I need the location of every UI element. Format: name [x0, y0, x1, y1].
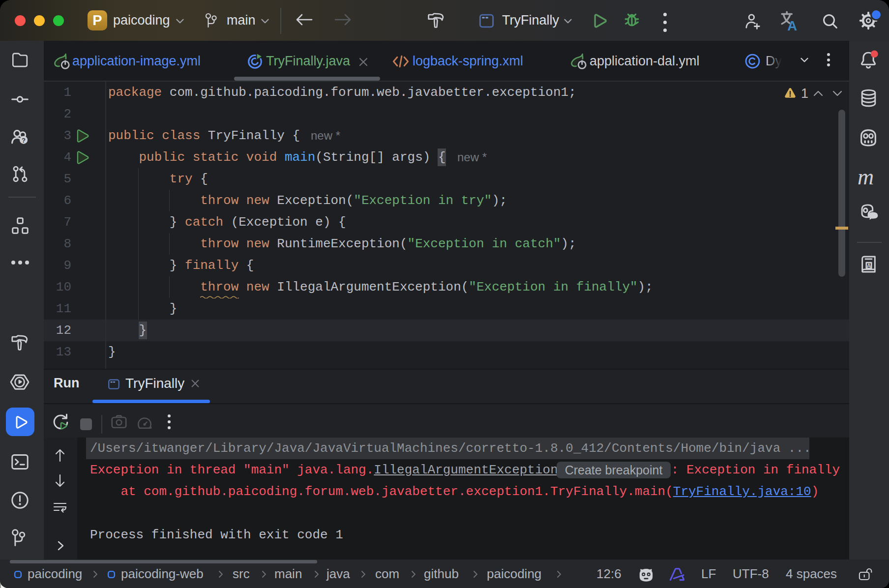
- svg-text:A: A: [787, 18, 797, 32]
- svg-text:?: ?: [22, 137, 26, 144]
